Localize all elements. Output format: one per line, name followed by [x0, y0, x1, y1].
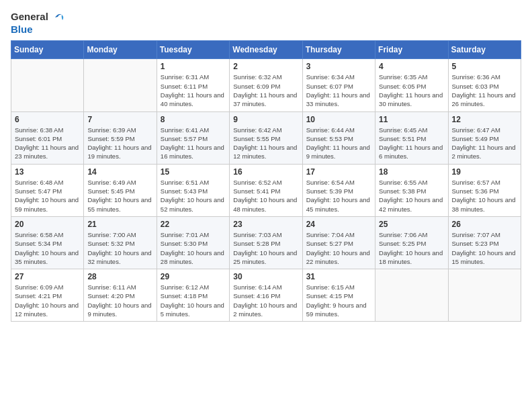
- day-number: 21: [87, 220, 152, 229]
- calendar-cell: 2Sunrise: 6:32 AM Sunset: 6:09 PM Daylig…: [230, 59, 302, 111]
- day-info: Sunrise: 6:15 AM Sunset: 4:15 PM Dayligh…: [306, 283, 371, 318]
- day-info: Sunrise: 6:51 AM Sunset: 5:43 PM Dayligh…: [161, 178, 226, 214]
- day-info: Sunrise: 7:07 AM Sunset: 5:23 PM Dayligh…: [452, 230, 517, 266]
- day-info: Sunrise: 7:01 AM Sunset: 5:30 PM Dayligh…: [161, 230, 226, 266]
- day-number: 6: [15, 115, 80, 124]
- day-number: 2: [233, 62, 298, 71]
- calendar-cell: 9Sunrise: 6:42 AM Sunset: 5:55 PM Daylig…: [230, 111, 302, 164]
- day-info: Sunrise: 7:04 AM Sunset: 5:27 PM Dayligh…: [306, 230, 371, 266]
- calendar-cell: 27Sunrise: 6:09 AM Sunset: 4:21 PM Dayli…: [11, 269, 84, 322]
- calendar-cell: 5Sunrise: 6:36 AM Sunset: 6:03 PM Daylig…: [448, 59, 521, 111]
- day-number: 15: [161, 167, 226, 177]
- day-info: Sunrise: 7:00 AM Sunset: 5:32 PM Dayligh…: [87, 230, 152, 266]
- day-number: 5: [452, 62, 517, 71]
- day-info: Sunrise: 6:58 AM Sunset: 5:34 PM Dayligh…: [15, 230, 80, 266]
- day-info: Sunrise: 6:36 AM Sunset: 6:03 PM Dayligh…: [452, 73, 517, 108]
- calendar-week-5: 27Sunrise: 6:09 AM Sunset: 4:21 PM Dayli…: [11, 269, 521, 322]
- day-info: Sunrise: 6:31 AM Sunset: 6:11 PM Dayligh…: [161, 73, 226, 108]
- day-number: 1: [161, 62, 226, 71]
- day-number: 3: [306, 62, 371, 71]
- calendar-cell: 20Sunrise: 6:58 AM Sunset: 5:34 PM Dayli…: [11, 216, 84, 269]
- calendar-cell: 7Sunrise: 6:39 AM Sunset: 5:59 PM Daylig…: [84, 111, 157, 164]
- calendar-cell: 3Sunrise: 6:34 AM Sunset: 6:07 PM Daylig…: [302, 59, 375, 111]
- calendar-header-row: SundayMondayTuesdayWednesdayThursdayFrid…: [11, 41, 521, 59]
- calendar-cell: 30Sunrise: 6:14 AM Sunset: 4:16 PM Dayli…: [230, 269, 302, 322]
- day-info: Sunrise: 6:49 AM Sunset: 5:45 PM Dayligh…: [87, 178, 152, 214]
- calendar-cell: [11, 59, 84, 111]
- calendar-cell: 21Sunrise: 7:00 AM Sunset: 5:32 PM Dayli…: [84, 216, 157, 269]
- day-number: 10: [306, 115, 371, 124]
- day-info: Sunrise: 6:48 AM Sunset: 5:47 PM Dayligh…: [15, 178, 80, 214]
- calendar-header-wednesday: Wednesday: [230, 41, 302, 59]
- calendar-cell: 22Sunrise: 7:01 AM Sunset: 5:30 PM Dayli…: [157, 216, 229, 269]
- day-number: 24: [306, 220, 371, 229]
- day-number: 12: [452, 115, 517, 124]
- calendar-cell: 28Sunrise: 6:11 AM Sunset: 4:20 PM Dayli…: [84, 269, 157, 322]
- day-info: Sunrise: 6:09 AM Sunset: 4:21 PM Dayligh…: [15, 283, 80, 318]
- day-number: 7: [87, 115, 152, 124]
- day-info: Sunrise: 6:55 AM Sunset: 5:38 PM Dayligh…: [379, 178, 444, 214]
- day-info: Sunrise: 6:57 AM Sunset: 5:36 PM Dayligh…: [452, 178, 517, 214]
- day-number: 31: [306, 272, 371, 281]
- calendar-cell: 29Sunrise: 6:12 AM Sunset: 4:18 PM Dayli…: [157, 269, 229, 322]
- calendar-cell: 14Sunrise: 6:49 AM Sunset: 5:45 PM Dayli…: [84, 164, 157, 216]
- day-number: 26: [452, 220, 517, 229]
- calendar-week-2: 6Sunrise: 6:38 AM Sunset: 6:01 PM Daylig…: [11, 111, 521, 164]
- day-info: Sunrise: 7:06 AM Sunset: 5:25 PM Dayligh…: [379, 230, 444, 266]
- calendar-table: SundayMondayTuesdayWednesdayThursdayFrid…: [11, 40, 521, 322]
- calendar-cell: [84, 59, 157, 111]
- day-number: 29: [161, 272, 226, 281]
- logo: General Blue: [11, 11, 64, 35]
- day-number: 23: [233, 220, 298, 229]
- calendar-cell: 11Sunrise: 6:45 AM Sunset: 5:51 PM Dayli…: [375, 111, 448, 164]
- day-number: 9: [233, 115, 298, 124]
- day-number: 8: [161, 115, 226, 124]
- calendar-cell: 12Sunrise: 6:47 AM Sunset: 5:49 PM Dayli…: [448, 111, 521, 164]
- calendar-cell: 31Sunrise: 6:15 AM Sunset: 4:15 PM Dayli…: [302, 269, 375, 322]
- calendar-cell: 1Sunrise: 6:31 AM Sunset: 6:11 PM Daylig…: [157, 59, 229, 111]
- calendar-cell: 10Sunrise: 6:44 AM Sunset: 5:53 PM Dayli…: [302, 111, 375, 164]
- day-info: Sunrise: 6:47 AM Sunset: 5:49 PM Dayligh…: [452, 126, 517, 161]
- day-info: Sunrise: 6:39 AM Sunset: 5:59 PM Dayligh…: [87, 126, 152, 161]
- calendar-week-4: 20Sunrise: 6:58 AM Sunset: 5:34 PM Dayli…: [11, 216, 521, 269]
- calendar-header-thursday: Thursday: [302, 41, 375, 59]
- day-number: 19: [452, 167, 517, 177]
- calendar-cell: 6Sunrise: 6:38 AM Sunset: 6:01 PM Daylig…: [11, 111, 84, 164]
- calendar-cell: 15Sunrise: 6:51 AM Sunset: 5:43 PM Dayli…: [157, 164, 229, 216]
- day-number: 11: [379, 115, 444, 124]
- calendar-cell: 23Sunrise: 7:03 AM Sunset: 5:28 PM Dayli…: [230, 216, 302, 269]
- page-header: General Blue: [11, 11, 521, 35]
- day-info: Sunrise: 6:14 AM Sunset: 4:16 PM Dayligh…: [233, 283, 298, 318]
- day-info: Sunrise: 6:12 AM Sunset: 4:18 PM Dayligh…: [161, 283, 226, 318]
- day-number: 25: [379, 220, 444, 229]
- day-info: Sunrise: 6:34 AM Sunset: 6:07 PM Dayligh…: [306, 73, 371, 108]
- day-number: 17: [306, 167, 371, 177]
- day-info: Sunrise: 6:54 AM Sunset: 5:39 PM Dayligh…: [306, 178, 371, 214]
- day-number: 16: [233, 167, 298, 177]
- day-info: Sunrise: 6:44 AM Sunset: 5:53 PM Dayligh…: [306, 126, 371, 161]
- calendar-cell: 19Sunrise: 6:57 AM Sunset: 5:36 PM Dayli…: [448, 164, 521, 216]
- day-number: 28: [87, 272, 152, 281]
- day-info: Sunrise: 6:41 AM Sunset: 5:57 PM Dayligh…: [161, 126, 226, 161]
- calendar-cell: [375, 269, 448, 322]
- calendar-header-tuesday: Tuesday: [157, 41, 229, 59]
- day-info: Sunrise: 6:42 AM Sunset: 5:55 PM Dayligh…: [233, 126, 298, 161]
- day-number: 27: [15, 272, 80, 281]
- day-info: Sunrise: 6:11 AM Sunset: 4:20 PM Dayligh…: [87, 283, 152, 318]
- calendar-cell: 13Sunrise: 6:48 AM Sunset: 5:47 PM Dayli…: [11, 164, 84, 216]
- calendar-cell: 25Sunrise: 7:06 AM Sunset: 5:25 PM Dayli…: [375, 216, 448, 269]
- calendar-cell: [448, 269, 521, 322]
- calendar-header-sunday: Sunday: [11, 41, 84, 59]
- day-info: Sunrise: 6:38 AM Sunset: 6:01 PM Dayligh…: [15, 126, 80, 161]
- calendar-cell: 8Sunrise: 6:41 AM Sunset: 5:57 PM Daylig…: [157, 111, 229, 164]
- calendar-header-friday: Friday: [375, 41, 448, 59]
- day-info: Sunrise: 6:32 AM Sunset: 6:09 PM Dayligh…: [233, 73, 298, 108]
- calendar-cell: 4Sunrise: 6:35 AM Sunset: 6:05 PM Daylig…: [375, 59, 448, 111]
- day-number: 13: [15, 167, 80, 177]
- day-info: Sunrise: 6:45 AM Sunset: 5:51 PM Dayligh…: [379, 126, 444, 161]
- day-info: Sunrise: 6:52 AM Sunset: 5:41 PM Dayligh…: [233, 178, 298, 214]
- day-number: 18: [379, 167, 444, 177]
- day-number: 4: [379, 62, 444, 71]
- calendar-header-saturday: Saturday: [448, 41, 521, 59]
- day-info: Sunrise: 7:03 AM Sunset: 5:28 PM Dayligh…: [233, 230, 298, 266]
